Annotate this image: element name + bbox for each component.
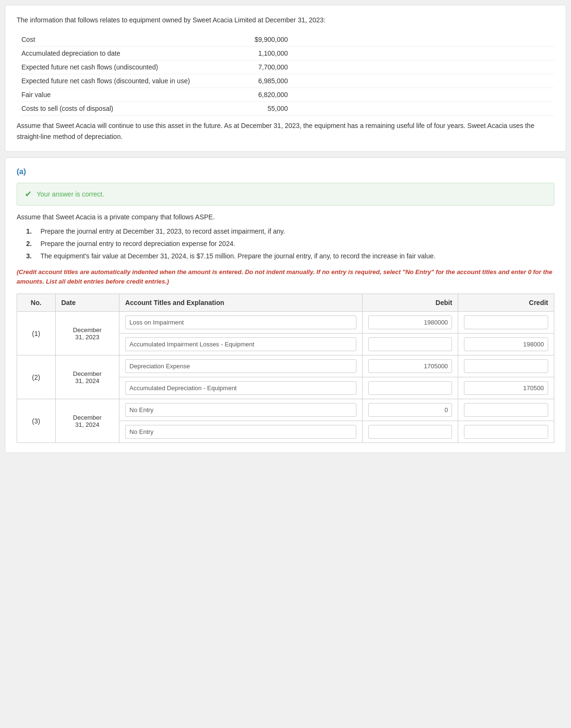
info-label: Accumulated depreciation to date [21,49,212,57]
debit-input[interactable] [368,381,453,395]
table-row: (1)December31, 2023 [17,312,554,334]
debit-input[interactable] [368,403,453,417]
info-label: Fair value [21,91,212,98]
question-text: The equipment's fair value at December 3… [40,252,435,260]
col-no: No. [17,294,56,312]
debit-input[interactable] [368,425,453,439]
account-cell [119,399,363,421]
col-date: Date [55,294,119,312]
section-a-card: (a) ✔ Your answer is correct. Assume tha… [5,157,566,453]
credit-input[interactable] [464,359,548,373]
question-text: Prepare the journal entry to record depr… [40,240,235,247]
account-input[interactable] [125,359,356,373]
list-number: 2. [26,240,35,247]
credit-cell [458,312,554,334]
info-row: Expected future net cash flows (discount… [21,74,554,88]
info-value: 7,700,000 [212,63,288,71]
info-table: Cost $9,900,000 Accumulated depreciation… [21,33,554,116]
col-credit: Credit [458,294,554,312]
debit-input[interactable] [368,337,453,351]
question-intro: Assume that Sweet Acacia is a private co… [17,213,554,221]
account-cell [119,334,363,355]
info-row: Cost $9,900,000 [21,33,554,47]
info-value: 6,820,000 [212,91,288,98]
intro-text: The information that follows relates to … [17,15,554,25]
credit-input[interactable] [464,381,548,395]
credit-cell [458,334,554,355]
question-text: Prepare the journal entry at December 31… [40,227,285,235]
table-row: (3)December31, 2024 [17,399,554,421]
row-date: December31, 2023 [55,312,119,355]
question-list: 1. Prepare the journal entry at December… [26,227,554,260]
list-item: 3. The equipment's fair value at Decembe… [26,252,554,260]
info-label: Costs to sell (costs of disposal) [21,105,212,112]
credit-input[interactable] [464,403,548,417]
info-row: Fair value 6,820,000 [21,88,554,102]
credit-cell [458,355,554,377]
list-number: 3. [26,252,35,260]
account-input[interactable] [125,425,356,439]
credit-input[interactable] [464,315,548,329]
list-item: 1. Prepare the journal entry at December… [26,227,554,235]
debit-input[interactable] [368,315,453,329]
info-value: 6,985,000 [212,77,288,85]
info-row: Costs to sell (costs of disposal) 55,000 [21,102,554,116]
success-box: ✔ Your answer is correct. [17,183,554,206]
info-value: 1,100,000 [212,49,288,57]
journal-table: No. Date Account Titles and Explanation … [17,294,554,443]
debit-cell [362,399,458,421]
info-row: Accumulated depreciation to date 1,100,0… [21,47,554,60]
account-input[interactable] [125,381,356,395]
row-number: (1) [17,312,56,355]
row-number: (3) [17,399,56,443]
account-cell [119,355,363,377]
debit-cell [362,355,458,377]
info-value: 55,000 [212,105,288,112]
info-card: The information that follows relates to … [5,5,566,152]
credit-cell [458,421,554,443]
account-cell [119,312,363,334]
info-value: $9,900,000 [212,36,288,43]
row-date: December31, 2024 [55,399,119,443]
debit-cell [362,377,458,399]
debit-cell [362,334,458,355]
debit-cell [362,312,458,334]
check-icon: ✔ [25,189,32,199]
account-input[interactable] [125,403,356,417]
list-number: 1. [26,227,35,235]
table-row: (2)December31, 2024 [17,355,554,377]
account-cell [119,421,363,443]
account-input[interactable] [125,315,356,329]
row-date: December31, 2024 [55,355,119,399]
account-cell [119,377,363,399]
italic-note: (Credit account titles are automatically… [17,267,554,286]
list-item: 2. Prepare the journal entry to record d… [26,240,554,247]
credit-input[interactable] [464,337,548,351]
info-paragraph: Assume that Sweet Acacia will continue t… [17,120,554,142]
debit-cell [362,421,458,443]
col-debit: Debit [362,294,458,312]
debit-input[interactable] [368,359,453,373]
col-account: Account Titles and Explanation [119,294,363,312]
account-input[interactable] [125,337,356,351]
section-a-title: (a) [17,167,554,176]
info-row: Expected future net cash flows (undiscou… [21,60,554,74]
credit-input[interactable] [464,425,548,439]
credit-cell [458,399,554,421]
info-label: Cost [21,36,212,43]
correct-message: Your answer is correct. [37,190,104,198]
row-number: (2) [17,355,56,399]
info-label: Expected future net cash flows (undiscou… [21,63,212,71]
credit-cell [458,377,554,399]
info-label: Expected future net cash flows (discount… [21,77,212,85]
